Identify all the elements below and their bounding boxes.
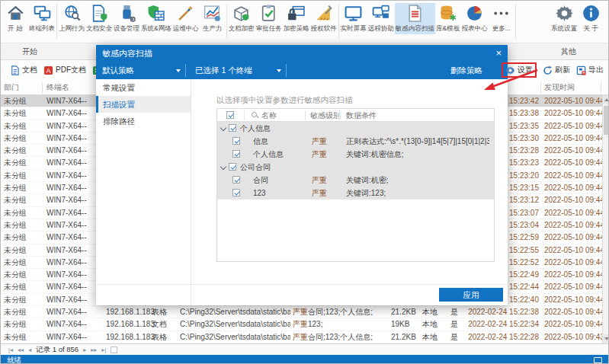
toolbar-item-system-settings[interactable]: 系统设置 bbox=[550, 3, 578, 34]
prev-record-button[interactable]: ◂ bbox=[28, 346, 31, 353]
next-page-button[interactable]: ▸▸ bbox=[91, 346, 97, 353]
toolbar-item-label: 库&模板 bbox=[436, 24, 460, 34]
rule-checkbox[interactable] bbox=[232, 137, 240, 145]
subbar-button-pdf-doc[interactable]: APDF文档 bbox=[43, 65, 86, 75]
toolbar-item-content-scan[interactable]: 敏感内容扫描 bbox=[395, 3, 435, 34]
delete-policy-button[interactable]: 删除策略 bbox=[450, 65, 482, 76]
cell-found: 2022-05-10 09:44:01 bbox=[544, 281, 609, 292]
cell-terminal: WIN7-X64-- bbox=[46, 294, 87, 305]
column-header-dept[interactable]: 部门 bbox=[4, 82, 19, 93]
subbar-button-gear-small[interactable]: 设置 bbox=[505, 65, 533, 75]
column-header-severity[interactable]: 敏感级别 bbox=[310, 110, 341, 121]
toolbar-item-home[interactable]: 开 始 bbox=[2, 3, 28, 34]
toolbar-item-approval-task[interactable]: 审批任务 bbox=[255, 3, 283, 34]
policy-dropdown[interactable]: 默认策略 bbox=[102, 64, 186, 77]
toolbar-item-system-network[interactable]: 系统&网络 bbox=[140, 3, 172, 34]
scan-rule-row[interactable]: 123严重关键词:123; bbox=[217, 187, 494, 200]
cell-dept: 未分组 bbox=[4, 95, 27, 107]
cell-found: 2022-05-10 09:44:03 bbox=[544, 194, 609, 206]
toolbar-item-remote-assist[interactable]: 远程协助 bbox=[367, 3, 395, 34]
cell-terminal: WIN7-X64-- bbox=[46, 331, 87, 343]
apply-button[interactable]: 应用 bbox=[439, 288, 503, 302]
table-row[interactable]: 未分组WIN7-X64--192.168.1.183表格C:\Ping32\Se… bbox=[1, 331, 602, 343]
toolbar-item-licensed-software[interactable]: 授权软件 bbox=[310, 3, 338, 34]
cell-found: 2022-05-10 09:44:07 bbox=[544, 95, 609, 107]
prev-page-button[interactable]: ◂◂ bbox=[18, 346, 24, 353]
rule-checkbox[interactable] bbox=[232, 189, 240, 196]
table-scrollbar[interactable] bbox=[602, 95, 609, 343]
scroll-down-icon[interactable] bbox=[603, 334, 609, 343]
toolbar-item-label: 敏感内容扫描 bbox=[396, 24, 434, 34]
toolbar-item-report-center[interactable]: 报表中心 bbox=[461, 3, 489, 34]
column-header-terminal[interactable]: 终端名 bbox=[46, 82, 69, 93]
toolbar-item-device-manage[interactable]: 设备管理 bbox=[113, 3, 140, 34]
cell-dept: 未分组 bbox=[4, 269, 27, 280]
column-header-condition[interactable]: 数据条件 bbox=[346, 110, 377, 121]
scroll-up-icon[interactable] bbox=[603, 95, 609, 104]
column-header-found-time[interactable]: 发现时间 bbox=[544, 82, 575, 93]
cell-terminal: WIN7-X64-- bbox=[46, 157, 87, 168]
scan-rule-row[interactable]: 信息严重正则表达式:^\s*.*(13[0-9]|14[5|7]|15[0|1|… bbox=[217, 135, 494, 148]
toolbar-item-terminal-list[interactable]: 终端列表 bbox=[28, 3, 56, 34]
group-checkbox[interactable] bbox=[229, 163, 236, 171]
toolbar-item-doc-security[interactable]: 文档安全 bbox=[85, 3, 113, 34]
next-record-button[interactable]: ▸ bbox=[83, 346, 86, 353]
subbar-button-doc-blue[interactable]: 文档 bbox=[10, 65, 37, 75]
scan-rule-row[interactable]: 公司合同 bbox=[217, 161, 494, 174]
pager-extra-button[interactable] bbox=[111, 346, 117, 353]
ribbon-tab-other[interactable]: 其他 bbox=[536, 43, 601, 59]
scrollbar-thumb[interactable] bbox=[604, 106, 609, 135]
highlight-red-box: 设置 bbox=[502, 62, 537, 78]
doc-encrypt-icon bbox=[232, 4, 251, 23]
terminal-list-icon bbox=[33, 4, 52, 23]
dialog-nav-item-3[interactable]: 排除路径 bbox=[96, 113, 191, 129]
scan-rule-row[interactable]: 个人信息严重关键词:机密信息; bbox=[217, 148, 494, 161]
group-checkbox[interactable] bbox=[229, 124, 236, 132]
table-row[interactable]: 未分组WIN7-X64--192.168.1.183文档C:\Ping32\Se… bbox=[1, 318, 602, 330]
cell-found: 2022-05-10 09:44:05 bbox=[544, 145, 609, 156]
dialog-footer-divider bbox=[96, 284, 508, 285]
cell-terminal: WIN7-X64-- bbox=[46, 170, 87, 181]
table-row[interactable]: 未分组WIN7-X64--192.168.1.183表格C:\Ping32\Se… bbox=[1, 306, 602, 318]
subbar-button-export[interactable]: 导出 bbox=[576, 65, 604, 75]
rule-checkbox[interactable] bbox=[232, 150, 240, 158]
close-icon[interactable]: × bbox=[495, 45, 502, 61]
chevron-down-icon[interactable] bbox=[220, 164, 226, 170]
terminal-dropdown[interactable]: 已选择 1 个终端 bbox=[195, 64, 287, 77]
gear-small-icon bbox=[505, 65, 515, 75]
status-bar: 就绪 bbox=[1, 355, 608, 364]
toolbar-item-productivity[interactable]: 生产力 bbox=[200, 3, 226, 34]
first-record-button[interactable]: |◂ bbox=[8, 346, 13, 353]
select-all-checkbox[interactable] bbox=[226, 111, 234, 119]
toolbar-item-encrypt-policy[interactable]: 加密策略 bbox=[283, 3, 310, 34]
cell-found: 2022-05-10 09:44:00 bbox=[544, 306, 609, 318]
dialog-nav: 常规设置扫描设置排除路径 bbox=[96, 79, 191, 305]
dialog-content: 以选择项中设置参数进行敏感内容扫描 名称 敏感级别 数据条件 个人信息信息严重正… bbox=[191, 79, 508, 305]
cell-size: 21.2KB bbox=[391, 331, 416, 343]
cell-terminal: WIN7-X64-- bbox=[46, 95, 87, 107]
toolbar-item-doc-encrypt[interactable]: 文档加密 bbox=[228, 3, 255, 34]
cell-found: 2022-05-10 09:44:00 bbox=[544, 318, 609, 330]
toolbar-item-ops-wand[interactable]: 运维中心 bbox=[172, 3, 200, 34]
toolbar-item-library-template[interactable]: 库&模板 bbox=[435, 3, 461, 34]
dialog-nav-item-2[interactable]: 扫描设置 bbox=[96, 96, 191, 113]
dialog-policy-bar: 默认策略 已选择 1 个终端 删除策略 bbox=[96, 62, 508, 79]
scan-rule-row[interactable]: 个人信息 bbox=[217, 122, 494, 135]
toolbar-item-web-behavior[interactable]: 上网行为 bbox=[58, 3, 85, 34]
toolbar-item-live-screen[interactable]: 实时屏幕 bbox=[340, 3, 367, 34]
chevron-down-icon[interactable] bbox=[220, 125, 226, 131]
last-record-button[interactable]: ▸| bbox=[101, 346, 106, 353]
web-behavior-icon bbox=[63, 4, 82, 23]
column-header-name[interactable]: 名称 bbox=[261, 110, 277, 121]
toolbar-item-about-info[interactable]: 关 于 bbox=[578, 3, 604, 34]
scan-rule-row[interactable]: 合同严重关键词:机密; bbox=[217, 174, 494, 187]
cell-dept: 未分组 bbox=[4, 294, 27, 305]
cell-dept: 未分组 bbox=[4, 318, 27, 330]
toolbar-item-more-dots[interactable]: 更多... bbox=[489, 3, 514, 34]
refresh-icon bbox=[543, 65, 553, 75]
dialog-nav-item-1[interactable]: 常规设置 bbox=[96, 79, 191, 96]
subbar-button-refresh[interactable]: 刷新 bbox=[543, 65, 570, 75]
productivity-icon bbox=[203, 4, 222, 23]
rule-checkbox[interactable] bbox=[232, 176, 240, 184]
ribbon-tab-start[interactable]: 开始 bbox=[1, 43, 59, 59]
